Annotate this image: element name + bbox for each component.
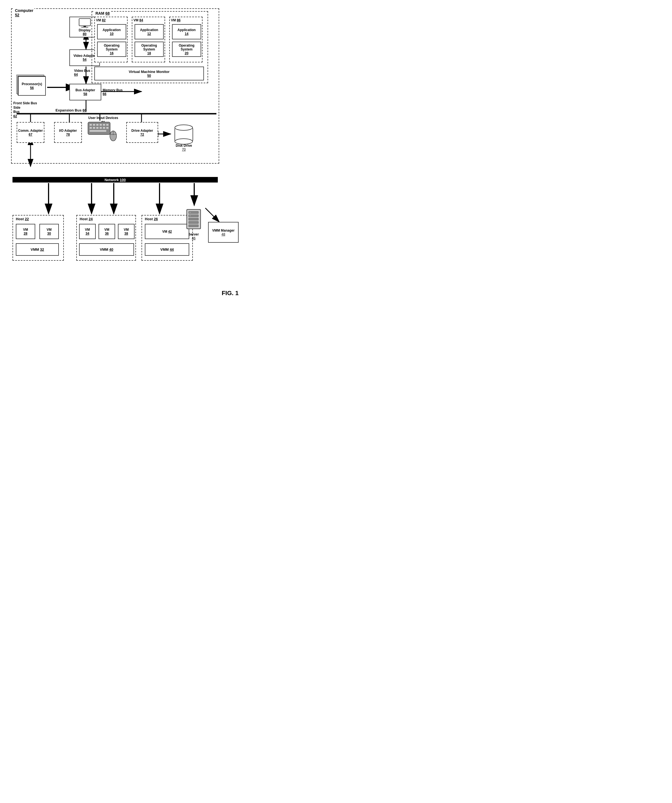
memory-bus-label: Memory Bus 66 xyxy=(103,88,123,96)
vm86-container: VM 86 Application 14 Operating System 20 xyxy=(169,17,203,62)
diagram: Computer 52 Display 80 Video Adapter 54 … xyxy=(6,6,244,299)
vm82-container: VM 82 Application 10 Operating System 16 xyxy=(94,17,128,62)
os20-box: Operating System 20 xyxy=(172,42,201,57)
vmm44-box: VMM 44 xyxy=(145,243,189,256)
svg-rect-32 xyxy=(103,124,105,126)
figure-label: FIG. 1 xyxy=(222,289,239,297)
host22-box: Host 22 VM 28 VM 30 VMM 32 xyxy=(13,215,64,261)
svg-rect-35 xyxy=(93,127,95,129)
vmm-manager-box: VMM Manager 48 xyxy=(208,222,239,243)
svg-rect-40 xyxy=(89,130,106,132)
keyboard-mouse-icon xyxy=(88,121,118,144)
comm-adapter-box: Comm. Adapter 67 xyxy=(17,122,44,143)
svg-rect-25 xyxy=(83,26,86,27)
svg-point-53 xyxy=(189,212,190,213)
io-adapter-box: I/O Adapter 78 xyxy=(54,122,82,143)
svg-point-45 xyxy=(175,125,192,130)
app10-box: Application 10 xyxy=(97,24,126,39)
svg-rect-38 xyxy=(103,127,105,129)
computer-label: Computer 52 xyxy=(14,8,34,17)
svg-rect-31 xyxy=(99,124,102,126)
svg-rect-34 xyxy=(89,127,92,129)
vm30-box: VM 30 xyxy=(39,224,59,239)
vm28-box: VM 28 xyxy=(16,224,35,239)
svg-rect-26 xyxy=(81,27,88,28)
svg-rect-36 xyxy=(96,127,99,129)
network-bar: Network 100 xyxy=(13,177,218,182)
svg-rect-51 xyxy=(189,221,199,224)
expansion-bus-label: Expansion Bus 60 xyxy=(55,108,86,112)
vmm40-box: VMM 40 xyxy=(79,243,134,256)
svg-point-54 xyxy=(189,215,190,216)
svg-line-23 xyxy=(205,208,219,222)
svg-rect-30 xyxy=(96,124,99,126)
svg-rect-37 xyxy=(99,127,102,129)
front-side-bus-label: Front Side Bus Side Bus 62 xyxy=(13,101,37,119)
ram-label: RAM 68 xyxy=(94,11,111,16)
bus-adapter-box: Bus Adapter 58 xyxy=(69,84,101,101)
host24-box: Host 24 VM 34 VM 36 VM 38 VMM 40 xyxy=(76,215,136,261)
disk-drive-box: Disk Drive 70 xyxy=(172,122,195,151)
svg-rect-39 xyxy=(106,127,109,129)
video-bus-label: Video Bus 64 xyxy=(74,69,90,76)
vm34-box: VM 34 xyxy=(79,224,96,239)
svg-rect-52 xyxy=(189,225,199,227)
os18-box: Operating System 18 xyxy=(135,42,164,57)
svg-rect-24 xyxy=(79,19,90,26)
app14-box: Application 14 xyxy=(172,24,201,39)
vm36-box: VM 36 xyxy=(99,224,115,239)
drive-adapter-box: Drive Adapter 72 xyxy=(126,122,158,143)
vm38-box: VM 38 xyxy=(118,224,135,239)
svg-point-46 xyxy=(175,139,192,144)
vm84-container: VM 84 Application 12 Operating System 18 xyxy=(132,17,165,62)
vmm32-box: VMM 32 xyxy=(16,243,59,256)
processors-box: Processor(s) 56 xyxy=(18,76,46,96)
svg-rect-29 xyxy=(93,124,95,126)
server-icon: Server 46 xyxy=(182,208,205,240)
os16-box: Operating System 16 xyxy=(97,42,126,57)
svg-rect-33 xyxy=(106,124,109,126)
app12-box: Application 12 xyxy=(135,24,164,39)
svg-rect-50 xyxy=(189,218,199,220)
svg-rect-28 xyxy=(89,124,92,126)
vmm-box: Virtual Machine Monitor 50 xyxy=(94,67,204,80)
